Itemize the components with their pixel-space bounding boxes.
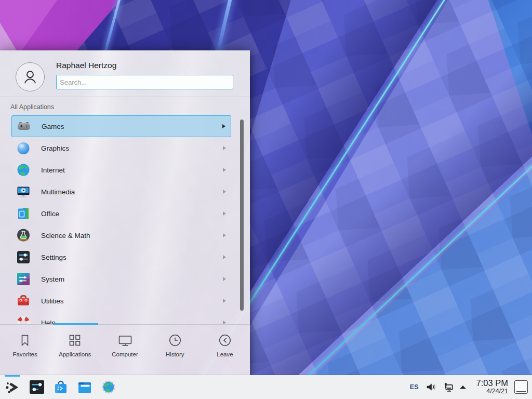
tab-label: Leave bbox=[217, 351, 233, 357]
multimedia-monitor-icon bbox=[16, 184, 31, 199]
submenu-arrow-icon bbox=[223, 168, 226, 172]
volume-tray-button[interactable] bbox=[425, 381, 436, 393]
category-system[interactable]: System bbox=[11, 268, 231, 290]
person-icon bbox=[21, 68, 39, 86]
category-internet[interactable]: Internet bbox=[11, 159, 231, 181]
bookmark-icon bbox=[17, 332, 33, 348]
desktop: Raphael Hertzog All Applications G bbox=[0, 0, 532, 399]
list-scrollbar[interactable] bbox=[240, 119, 244, 311]
tray-expander-button[interactable] bbox=[459, 384, 467, 390]
leave-circle-icon bbox=[217, 332, 233, 348]
volume-icon bbox=[425, 381, 436, 393]
search-input[interactable] bbox=[56, 75, 233, 89]
gamepad-icon bbox=[17, 119, 31, 134]
app-launcher-button[interactable] bbox=[3, 375, 22, 399]
submenu-arrow-icon bbox=[222, 124, 225, 128]
toolbox-icon bbox=[16, 294, 31, 308]
active-tab-indicator bbox=[53, 323, 98, 325]
submenu-arrow-icon bbox=[223, 146, 226, 150]
tab-computer[interactable]: Computer bbox=[100, 325, 150, 375]
tab-leave[interactable]: Leave bbox=[200, 325, 250, 375]
clock-time: 7:03 PM bbox=[476, 379, 508, 388]
submenu-arrow-icon bbox=[223, 255, 226, 259]
system-sliders-icon bbox=[16, 272, 31, 286]
submenu-arrow-icon bbox=[223, 233, 226, 237]
network-tray-button[interactable] bbox=[442, 381, 454, 393]
launcher-active-indicator bbox=[5, 375, 20, 377]
category-help[interactable]: Help bbox=[11, 312, 231, 324]
clock-date: 4/24/21 bbox=[476, 388, 508, 395]
category-label: Science & Math bbox=[41, 232, 90, 240]
category-multimedia[interactable]: Multimedia bbox=[11, 181, 231, 203]
file-manager-taskbar-button[interactable] bbox=[76, 379, 93, 395]
category-label: Internet bbox=[41, 166, 65, 174]
digital-clock[interactable]: 7:03 PM 4/24/21 bbox=[476, 379, 508, 395]
system-settings-taskbar-button[interactable] bbox=[29, 379, 45, 395]
category-science-math[interactable]: Science & Math bbox=[11, 224, 231, 246]
tab-history[interactable]: History bbox=[150, 325, 200, 375]
category-label: Games bbox=[42, 123, 64, 130]
category-label: Graphics bbox=[41, 144, 69, 152]
user-name: Raphael Hertzog bbox=[56, 61, 116, 70]
tab-label: Favorites bbox=[12, 351, 37, 357]
category-label: Multimedia bbox=[41, 188, 75, 196]
submenu-arrow-icon bbox=[223, 190, 226, 194]
section-label: All Applications bbox=[10, 103, 54, 111]
application-launcher-menu: Raphael Hertzog All Applications G bbox=[0, 50, 250, 375]
category-label: System bbox=[41, 275, 64, 283]
category-games[interactable]: Games bbox=[11, 115, 231, 137]
category-utilities[interactable]: Utilities bbox=[11, 290, 231, 312]
user-avatar[interactable] bbox=[16, 62, 45, 91]
category-settings[interactable]: Settings bbox=[11, 246, 231, 268]
monitor-icon bbox=[117, 332, 133, 348]
app-grid-icon bbox=[67, 332, 83, 348]
tab-label: Applications bbox=[59, 351, 91, 357]
submenu-arrow-icon bbox=[223, 299, 226, 303]
globe-icon bbox=[16, 163, 31, 177]
help-lifesaver-icon bbox=[16, 315, 31, 324]
tab-favorites[interactable]: Favorites bbox=[0, 325, 50, 375]
tab-applications[interactable]: Applications bbox=[50, 325, 100, 375]
submenu-arrow-icon bbox=[223, 277, 226, 281]
office-document-icon bbox=[16, 206, 31, 221]
header-separator bbox=[0, 97, 250, 97]
show-desktop-button[interactable] bbox=[514, 380, 528, 394]
launcher-tabbar: Favorites Applications Computer bbox=[0, 324, 250, 375]
science-flask-icon bbox=[16, 228, 31, 243]
submenu-arrow-icon bbox=[223, 321, 226, 325]
tab-label: Computer bbox=[112, 351, 138, 357]
category-label: Utilities bbox=[41, 297, 64, 305]
category-office[interactable]: Office bbox=[11, 203, 231, 224]
clock-icon bbox=[167, 332, 183, 348]
category-label: Office bbox=[41, 210, 59, 218]
keyboard-layout-indicator[interactable]: ES bbox=[410, 383, 419, 391]
category-graphics[interactable]: Graphics bbox=[11, 137, 231, 159]
category-list: Games Graphics bbox=[0, 115, 250, 324]
discover-taskbar-button[interactable] bbox=[52, 379, 69, 395]
taskbar: ES bbox=[0, 375, 532, 399]
submenu-arrow-icon bbox=[223, 211, 226, 216]
settings-sliders-icon bbox=[16, 250, 31, 264]
web-browser-taskbar-button[interactable] bbox=[100, 379, 117, 395]
category-label: Settings bbox=[41, 254, 66, 261]
graphics-ball-icon bbox=[16, 141, 31, 155]
tab-label: History bbox=[166, 351, 184, 357]
kde-kickoff-icon bbox=[5, 379, 20, 395]
expand-caret-icon bbox=[459, 384, 467, 390]
network-icon bbox=[442, 381, 454, 393]
system-tray: ES bbox=[410, 381, 472, 393]
